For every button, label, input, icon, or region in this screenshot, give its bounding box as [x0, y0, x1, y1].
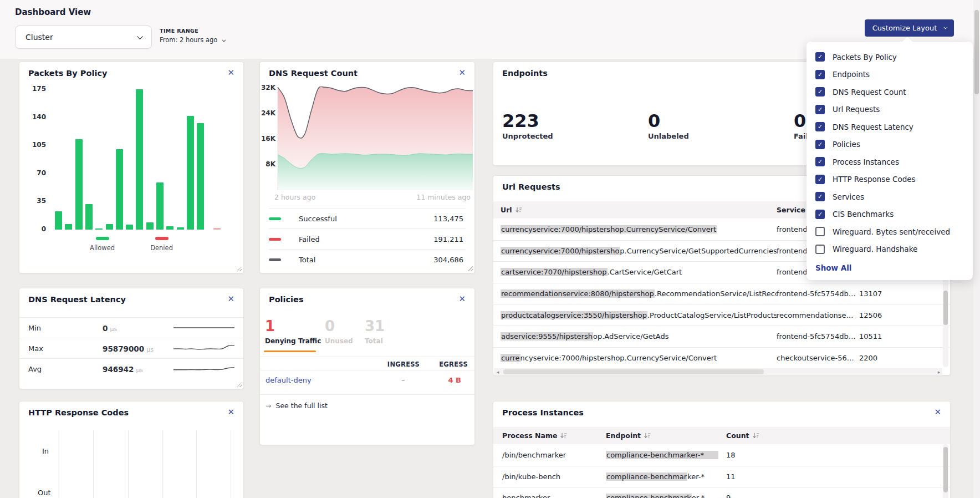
time-range-value[interactable]: From: 2 hours ago — [160, 36, 224, 44]
checkbox-checked-icon[interactable]: ✓ — [815, 87, 825, 96]
stat-value: 0 — [648, 112, 794, 130]
policy-tab-denying-traffic[interactable]: 1Denying Traffic — [265, 319, 321, 345]
sparkline — [173, 322, 234, 334]
menu-item-cis-benchmarks[interactable]: ✓CIS Benchmarks — [807, 206, 973, 223]
customize-layout-button[interactable]: Customize Layout — [865, 19, 954, 37]
allowed-bar — [75, 139, 83, 230]
latency-row: Min0µs — [19, 317, 243, 338]
menu-item-packets-by-policy[interactable]: ✓Packets By Policy — [807, 48, 973, 66]
endpoint-stat: 223Unprotected — [502, 112, 648, 140]
value-unit: µs — [136, 367, 143, 374]
scrollbar-thumb[interactable] — [974, 10, 979, 94]
close-icon[interactable]: ✕ — [226, 294, 236, 304]
close-icon[interactable]: ✕ — [933, 407, 942, 418]
close-icon[interactable]: ✕ — [457, 294, 467, 304]
table-row: /bin/kube-benchcompliance-benchmarker-*1… — [493, 466, 950, 487]
show-all-link[interactable]: Show All — [807, 258, 973, 272]
checkbox-checked-icon[interactable]: ✓ — [815, 122, 825, 131]
legend-value: 191,211 — [433, 235, 463, 243]
x-axis-start-label: 2 hours ago — [274, 193, 315, 201]
menu-item-wireguard-bytes-sent-received[interactable]: Wireguard. Bytes sent/received — [807, 223, 973, 241]
view-select[interactable]: Cluster — [15, 26, 152, 49]
legend-label: Total — [299, 256, 315, 264]
close-icon[interactable]: ✕ — [226, 68, 236, 78]
checkbox-checked-icon[interactable]: ✓ — [815, 192, 825, 201]
menu-item-process-instances[interactable]: ✓Process Instances — [807, 153, 973, 171]
checkbox-checked-icon[interactable]: ✓ — [815, 70, 825, 79]
legend-label: Allowed — [90, 244, 115, 252]
scroll-left-icon[interactable]: ◂ — [494, 369, 501, 375]
url-text: ncyservice:7000/hipstershop.CurrencyServ… — [520, 354, 717, 362]
menu-item-dns-request-latency[interactable]: ✓DNS Request Latency — [807, 118, 973, 136]
checkbox-unchecked-icon[interactable] — [815, 245, 825, 254]
row-label-in: In — [42, 447, 49, 455]
scrollbar-thumb[interactable] — [943, 447, 948, 492]
count-cell: 11 — [726, 472, 950, 481]
endpoint-cell: compliance-benchmarker-* — [606, 494, 726, 498]
horizontal-scrollbar[interactable]: ◂ ▸ — [494, 368, 942, 375]
menu-item-policies[interactable]: ✓Policies — [807, 136, 973, 154]
legend-item: Denied — [150, 237, 173, 252]
scrollbar-thumb[interactable] — [503, 369, 764, 374]
page-scrollbar[interactable] — [973, 0, 980, 498]
table-row: productcatalogservice:3550/hipstershop.P… — [493, 304, 950, 326]
highlighted-text: cartservice:7070/hipstershop — [501, 268, 608, 276]
card-policies: Policies ✕ 1Denying Traffic0Unused31Tota… — [259, 288, 475, 445]
legend-value: 304,686 — [433, 256, 463, 264]
policy-tab-unused[interactable]: 0Unused — [325, 319, 353, 345]
policy-tab-total[interactable]: 31Total — [365, 319, 385, 345]
menu-item-label: Packets By Policy — [833, 53, 897, 62]
column-header-url[interactable]: Url — [493, 206, 777, 215]
card-title: Policies — [269, 295, 304, 304]
highlighted-text: compliance-benchmark — [606, 494, 692, 498]
legend-swatch — [155, 237, 169, 240]
see-full-list-link[interactable]: →See the full list — [266, 402, 328, 410]
value-unit: µs — [110, 326, 117, 333]
checkbox-checked-icon[interactable]: ✓ — [815, 210, 825, 219]
checkbox-checked-icon[interactable]: ✓ — [815, 52, 825, 62]
y-tick-label: 175 — [24, 85, 46, 93]
grid-line — [162, 430, 163, 498]
column-header-endpoint[interactable]: Endpoint — [606, 431, 726, 440]
menu-item-http-response-codes[interactable]: ✓HTTP Response Codes — [807, 171, 973, 189]
menu-item-dns-request-count[interactable]: ✓DNS Request Count — [807, 83, 973, 101]
menu-item-url-requests[interactable]: ✓Url Requests — [807, 101, 973, 119]
chevron-down-icon — [944, 26, 948, 29]
area-chart — [260, 87, 476, 192]
legend-swatch — [269, 258, 281, 261]
column-header-count[interactable]: Count — [726, 431, 950, 440]
checkbox-unchecked-icon[interactable] — [815, 227, 825, 236]
denied-bar — [213, 228, 221, 230]
column-header-process-name[interactable]: Process Name — [493, 431, 606, 440]
card-title: Process Instances — [502, 408, 584, 417]
close-icon[interactable]: ✕ — [226, 407, 236, 418]
checkbox-checked-icon[interactable]: ✓ — [815, 105, 825, 114]
value-number: 0 — [103, 324, 108, 333]
checkbox-checked-icon[interactable]: ✓ — [815, 140, 825, 149]
menu-item-label: Endpoints — [833, 70, 870, 79]
vertical-scrollbar[interactable] — [943, 444, 948, 498]
latency-label: Min — [28, 324, 103, 332]
count-cell: 13107 — [859, 289, 950, 298]
active-tab-underline — [264, 350, 316, 352]
menu-item-label: Process Instances — [833, 157, 899, 166]
scrollbar-thumb[interactable] — [943, 291, 948, 325]
resize-grip[interactable] — [236, 382, 242, 387]
stat-label: Unprotected — [502, 132, 648, 140]
menu-item-endpoints[interactable]: ✓Endpoints — [807, 66, 973, 84]
resize-grip[interactable] — [467, 266, 473, 271]
close-icon[interactable]: ✕ — [457, 68, 467, 78]
menu-item-services[interactable]: ✓Services — [807, 188, 973, 206]
policy-link[interactable]: default-deny — [266, 376, 312, 384]
menu-item-label: Policies — [833, 140, 860, 149]
resize-grip[interactable] — [236, 266, 242, 271]
url-cell: currencyservice:7000/hipstershop.Currenc… — [493, 247, 777, 255]
menu-item-wireguard-handshake[interactable]: Wireguard. Handshake — [807, 241, 973, 258]
checkbox-checked-icon[interactable]: ✓ — [815, 175, 825, 184]
count-cell: 10511 — [859, 332, 950, 341]
value-number: 946942 — [103, 365, 134, 374]
scroll-right-icon[interactable]: ▸ — [936, 369, 942, 375]
allowed-bar — [177, 227, 184, 230]
checkbox-checked-icon[interactable]: ✓ — [815, 157, 825, 166]
process-name-cell: /bin/kube-bench — [493, 472, 606, 481]
